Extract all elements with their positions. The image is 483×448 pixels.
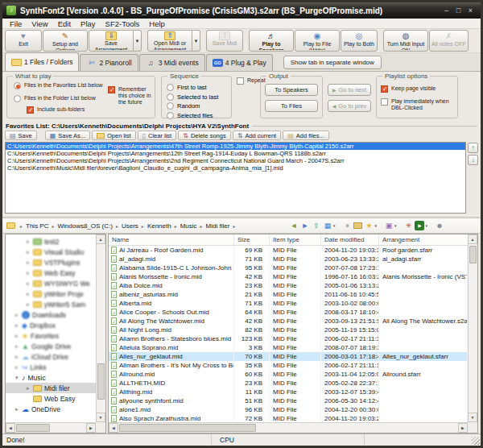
refresh-icon[interactable] xyxy=(403,221,413,230)
favorites-list-item[interactable]: C:\Users\Kenneth\Documents\Delphi Projec… xyxy=(6,150,465,157)
show-tab-separate-window-button[interactable]: Show tab in separate window xyxy=(283,56,382,69)
sequence-option[interactable]: Selected to last xyxy=(167,93,218,101)
radio-files-folder[interactable]: Files in the Folder List below xyxy=(14,95,96,102)
column-header[interactable]: Item type xyxy=(270,234,321,245)
scrollbar-thumb[interactable] xyxy=(469,246,477,263)
to-speakers-button[interactable]: To Speakers xyxy=(265,84,318,96)
close-icon[interactable]: × xyxy=(464,6,477,16)
breadcrumb-segment[interactable]: Music xyxy=(171,222,197,230)
file-row[interactable]: Alabama Slide-1915-C L Johnson-John Remm… xyxy=(109,263,468,272)
toolbar-button[interactable]: All notes OFF ▼ xyxy=(429,30,469,52)
sequence-option[interactable]: First to last xyxy=(167,84,218,91)
tree-item[interactable]: ▸ yWriter5 Sam xyxy=(6,299,96,309)
toolbar-button[interactable]: Open Midi or Arrangement ▼ xyxy=(147,30,200,52)
file-row[interactable]: albeniz_asturias.mid 21 KB MID File 2011… xyxy=(109,290,468,299)
move-down-button[interactable]: ↓ xyxy=(468,155,478,165)
favorites-toolbar-button[interactable]: Save As... xyxy=(45,131,90,140)
file-row[interactable]: All Along The Watchtower.mid 42 KB MID F… xyxy=(109,317,468,326)
column-header[interactable]: Arrangement xyxy=(379,234,477,245)
move-up-button[interactable]: ↑ xyxy=(468,143,478,153)
tree-item[interactable]: ▸ Links xyxy=(6,362,96,372)
favorites-list-item[interactable]: C:\Users\Kenneth\Documents\Delphi Projec… xyxy=(6,143,465,150)
tab[interactable]: 1 Files / Folders xyxy=(5,52,79,71)
scroll-right-icon[interactable]: ▶ xyxy=(458,423,468,433)
breadcrumb-segment[interactable]: Windows8_OS (C:) xyxy=(48,222,112,230)
file-row[interactable]: Al Jarreau - Roof Garden.mid 69 KB MID F… xyxy=(109,246,468,255)
favorites-toolbar-button[interactable]: Add files... xyxy=(283,131,329,140)
resize-grip[interactable] xyxy=(472,437,480,445)
dropdown-arrow-icon[interactable]: ▼ xyxy=(192,30,200,52)
breadcrumb-segment[interactable]: Kenneth xyxy=(138,222,171,230)
favorites-list-item[interactable]: C:\Users\Kenneth\Music\Midi filer\foreve… xyxy=(6,164,465,172)
file-row[interactable]: Allman Brothers - It's Not My Cross to B… xyxy=(109,361,468,370)
tree-item[interactable]: ▸ yWriter Proje xyxy=(6,288,96,299)
file-row[interactable]: alone1.mid 96 KB MID File 2004-12-20 00:… xyxy=(109,405,468,414)
dropdown-arrow-icon[interactable]: ▼ xyxy=(134,30,142,52)
scroll-left-icon[interactable]: ◀ xyxy=(6,423,15,433)
checkbox-remember-choice[interactable]: Remember this choice in the future xyxy=(108,86,153,106)
tree-item[interactable]: ▸ Web Easy xyxy=(6,268,96,278)
go-to-next-button[interactable]: ▶ Go to next xyxy=(328,84,371,96)
toolbar-button[interactable]: Save Midi ▼ xyxy=(206,30,243,52)
favorites-toolbar-button[interactable]: Open list xyxy=(92,131,136,140)
tab[interactable]: 3 Midi events xyxy=(139,54,205,71)
tree-item[interactable]: ▸ VSTPlugins xyxy=(6,257,96,268)
file-row[interactable]: Alanis Morissette - Ironic.mid 42 KB MID… xyxy=(109,272,468,281)
scroll-right-icon[interactable]: ▶ xyxy=(86,423,96,433)
scrollbar-thumb[interactable] xyxy=(119,424,256,432)
tree-item[interactable]: ▸ test2 xyxy=(6,236,96,247)
scroll-down-icon[interactable]: ▼ xyxy=(468,413,477,422)
menu-item[interactable]: Edit xyxy=(53,19,76,28)
toolbar-button[interactable]: Play to Speakers ▼ xyxy=(249,30,294,52)
scroll-up-icon[interactable]: ▲ xyxy=(96,234,105,244)
tree-item[interactable]: ▸ Google Drive xyxy=(6,341,96,351)
breadcrumb-segment[interactable]: Users xyxy=(113,222,138,230)
toolbar-button[interactable]: Setup and Options ▼ xyxy=(43,30,88,52)
breadcrumb-segment[interactable]: This PC xyxy=(17,222,48,230)
favorites-list-item[interactable]: C:\Users\Kenneth\Documents\Delphi Projec… xyxy=(6,157,465,164)
comment-icon[interactable] xyxy=(342,221,352,230)
favorites-toolbar-button[interactable]: Delete songs xyxy=(178,131,230,140)
file-row[interactable]: allyoune synthfont.mid 51 KB MID File 20… xyxy=(109,396,468,405)
scrollbar-thumb[interactable] xyxy=(16,424,50,432)
favorites-star-icon[interactable] xyxy=(364,221,377,230)
checkbox-play-immediately[interactable]: Play immediately when DBL-Clicked xyxy=(381,98,455,111)
file-row[interactable]: All Night Long.mid 82 KB MID File 2005-1… xyxy=(109,326,468,334)
tab[interactable]: 4 Plug & Play xyxy=(206,54,273,71)
tree-item[interactable]: ▸ Visual Studio xyxy=(6,247,96,257)
menu-item[interactable]: Help xyxy=(144,19,170,28)
file-list-vertical-scrollbar[interactable]: ▲ ▼ xyxy=(468,234,477,422)
menu-item[interactable]: View xyxy=(27,19,52,28)
file-row[interactable]: Also Sprach Zarathustra.mid 72 KB MID Fi… xyxy=(109,414,468,422)
menu-item[interactable]: File xyxy=(5,19,27,28)
file-row[interactable]: Allround.mid 60 KB MID File 2003-11-04 1… xyxy=(109,370,468,379)
scroll-left-icon[interactable]: ◀ xyxy=(109,423,118,433)
toolbar-button[interactable]: Play to File (Write) ▼ xyxy=(295,30,340,52)
favorites-toolbar-button[interactable]: Add current xyxy=(233,131,281,140)
file-row[interactable]: al_adagi.mid 71 KB MID File 2003-06-23 1… xyxy=(109,255,468,263)
play-file-icon[interactable] xyxy=(415,221,427,230)
toolbar-button[interactable]: Turn Midi Input ON ▼ xyxy=(383,30,428,52)
file-row[interactable]: Alba Dolce.mid 23 KB MID File 2005-01-06… xyxy=(109,281,468,290)
minimize-icon[interactable]: – xyxy=(440,6,452,16)
scroll-up-icon[interactable]: ▲ xyxy=(468,234,477,244)
column-header[interactable]: Name xyxy=(109,234,234,245)
favorites-toolbar-button[interactable]: Clear list xyxy=(138,131,177,140)
tree-horizontal-scrollbar[interactable]: ◀ ▶ xyxy=(6,422,96,433)
tree-vertical-scrollbar[interactable]: ▲ ▼ xyxy=(96,234,105,422)
file-row[interactable]: Alice Cooper - Schools Out.mid 64 KB MID… xyxy=(109,308,468,317)
up-one-level-icon[interactable] xyxy=(312,221,321,230)
tree-item[interactable]: Web Easy xyxy=(6,393,96,404)
file-list-horizontal-scrollbar[interactable]: ◀ ▶ xyxy=(109,422,468,433)
preview-icon[interactable] xyxy=(384,221,397,230)
checkbox-keep-page-visible[interactable]: Keep page visible xyxy=(381,85,436,93)
scroll-down-icon[interactable]: ▼ xyxy=(96,413,105,422)
menu-item[interactable]: Play xyxy=(76,19,100,28)
column-header[interactable]: Date modified xyxy=(321,234,379,245)
back-icon[interactable] xyxy=(289,221,299,230)
folder-icon[interactable] xyxy=(353,222,362,229)
sequence-option[interactable]: Selected files xyxy=(167,112,218,119)
radio-files-favorites[interactable]: Files in the Favorites List below xyxy=(14,82,103,89)
column-header[interactable]: Size xyxy=(234,234,270,245)
user-search-icon[interactable] xyxy=(435,221,444,230)
